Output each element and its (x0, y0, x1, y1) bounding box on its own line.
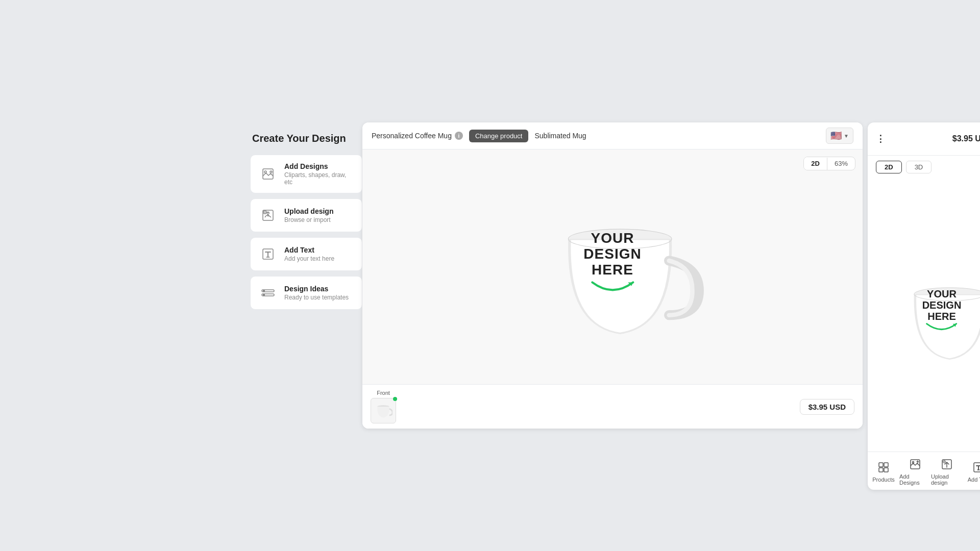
upload-design-sublabel: Browse or import (284, 216, 333, 223)
view-2d-button[interactable]: 2D (804, 157, 827, 170)
zoom-button[interactable]: 63% (827, 157, 855, 170)
tab-add-text[interactable]: Add Text (963, 460, 980, 483)
add-designs-label: Add Designs (284, 162, 354, 170)
canvas-price: $3.95 USD (800, 399, 854, 415)
add-designs-sublabel: Cliparts, shapes, draw, etc (284, 171, 354, 186)
tab-upload-svg (941, 458, 953, 470)
canvas-footer: Front $3.95 USD (362, 384, 863, 429)
front-thumbnail[interactable] (371, 398, 396, 423)
products-icon (876, 460, 891, 474)
product-name: Personalized Coffee Mug i (372, 132, 463, 140)
main-container: Create Your Design Add Designs Cliparts,… (250, 122, 863, 429)
change-product-button[interactable]: Change product (469, 130, 529, 142)
svg-rect-24 (974, 463, 980, 472)
add-designs-tab-label: Add Designs (899, 473, 931, 486)
design-ideas-text: Design Ideas Ready to use templates (284, 285, 349, 301)
panel-mug-svg (896, 264, 980, 377)
design-ideas-icon (259, 284, 277, 302)
products-tab-label: Products (872, 477, 894, 483)
tab-products[interactable]: Products (868, 460, 899, 483)
panel-view-3d-button[interactable]: 3D (906, 161, 932, 173)
sublimated-label: Sublimated Mug (534, 132, 586, 140)
panel-view-2d-button[interactable]: 2D (876, 161, 902, 173)
mug-svg (541, 195, 704, 359)
svg-rect-16 (879, 463, 883, 467)
front-thumbnail-container: Front (371, 390, 396, 423)
sidebar-item-design-ideas[interactable]: Design Ideas Ready to use templates (250, 276, 362, 310)
panel-price: $3.95 USD (952, 134, 980, 143)
upload-design-text: Upload design Browse or import (284, 207, 333, 223)
tab-add-designs[interactable]: Add Designs (899, 457, 931, 486)
flag-language-button[interactable]: 🇺🇸 ▼ (826, 128, 853, 144)
text-svg (261, 247, 275, 261)
add-text-tab-label: Add Text (968, 477, 980, 483)
upload-svg (261, 208, 275, 222)
design-ideas-label: Design Ideas (284, 285, 349, 293)
view-controls: 2D 63% (803, 157, 855, 170)
right-panel-header: ⋮ $3.95 USD (868, 122, 980, 156)
canvas-body: 2D 63% YOUR DES (362, 149, 863, 384)
svg-rect-8 (263, 290, 265, 292)
canvas-header: Personalized Coffee Mug i Change product… (362, 122, 863, 149)
bottom-tab-bar: Products Add Designs (868, 452, 980, 490)
sidebar: Create Your Design Add Designs Cliparts,… (250, 122, 362, 429)
panel-view-controls: 2D 3D (868, 156, 980, 179)
sidebar-item-add-text[interactable]: Add Text Add your text here (250, 237, 362, 271)
tab-text-svg (972, 461, 980, 473)
canvas-area: Personalized Coffee Mug i Change product… (362, 122, 863, 429)
tab-upload-design[interactable]: Upload design (931, 457, 963, 486)
mug-preview: YOUR DESIGN HERE (541, 195, 684, 338)
info-icon[interactable]: i (455, 132, 463, 140)
chevron-down-icon: ▼ (844, 133, 849, 139)
thumb-mug-svg (374, 402, 393, 420)
svg-point-1 (264, 171, 266, 173)
sidebar-title: Create Your Design (250, 133, 362, 144)
design-ideas-sublabel: Ready to use templates (284, 294, 349, 301)
upload-icon (259, 206, 277, 224)
add-text-sublabel: Add your text here (284, 255, 334, 262)
add-designs-text: Add Designs Cliparts, shapes, draw, etc (284, 162, 354, 186)
tab-text-icon (971, 460, 980, 474)
panel-mug-preview: YOUR DESIGN HERE (896, 264, 980, 366)
tab-add-designs-svg (909, 458, 921, 470)
svg-rect-9 (263, 294, 265, 296)
add-designs-svg (261, 167, 275, 181)
upload-design-label: Upload design (284, 207, 333, 215)
flag-emoji: 🇺🇸 (830, 130, 842, 141)
sidebar-item-add-designs[interactable]: Add Designs Cliparts, shapes, draw, etc (250, 155, 362, 193)
sidebar-item-upload-design[interactable]: Upload design Browse or import (250, 198, 362, 232)
tab-add-designs-icon (908, 457, 922, 471)
add-text-label: Add Text (284, 246, 334, 254)
tab-upload-icon (940, 457, 954, 471)
panel-mug-area: YOUR DESIGN HERE (868, 179, 980, 452)
svg-rect-17 (884, 463, 888, 467)
svg-rect-19 (884, 468, 888, 472)
upload-design-tab-label: Upload design (931, 473, 963, 486)
design-ideas-svg (261, 286, 275, 300)
add-text-text: Add Text Add your text here (284, 246, 334, 262)
active-dot (393, 397, 397, 401)
add-designs-icon (259, 165, 277, 183)
products-svg (877, 461, 890, 473)
front-label: Front (377, 390, 390, 396)
text-icon (259, 245, 277, 263)
svg-rect-18 (879, 468, 883, 472)
more-options-button[interactable]: ⋮ (876, 133, 885, 144)
right-panel: ⋮ $3.95 USD 2D 3D (868, 122, 980, 490)
svg-point-21 (913, 462, 914, 463)
